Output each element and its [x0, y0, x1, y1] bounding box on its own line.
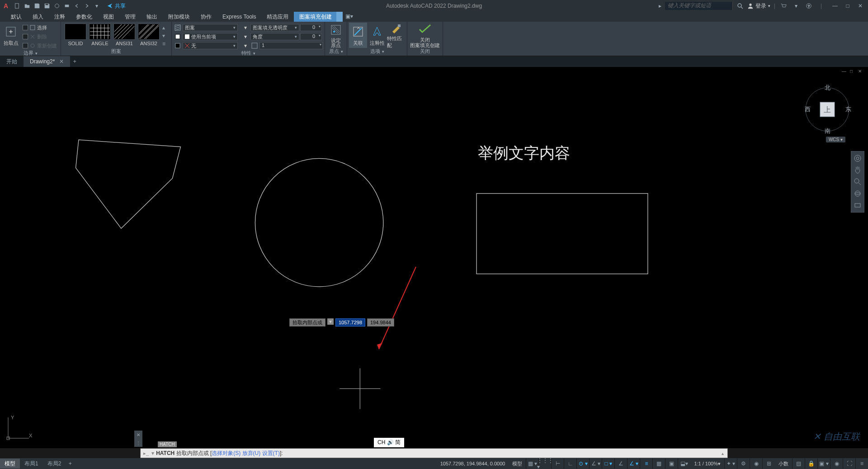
annotation-toggle[interactable]: ⬓▾ — [678, 459, 690, 469]
minimize-button[interactable]: — — [829, 1, 841, 10]
layer-dropdown[interactable]: 使用当前项 — [183, 33, 238, 40]
close-button[interactable]: ✕ — [854, 1, 866, 10]
search-icon[interactable] — [736, 2, 744, 9]
tab-hatch-creation[interactable]: 图案填充创建 — [294, 12, 337, 22]
tab-default[interactable]: 默认 — [5, 12, 27, 22]
tab-output[interactable]: 输出 — [141, 12, 163, 22]
lwt-toggle[interactable]: ≡ — [640, 459, 652, 469]
tab-collaborate[interactable]: 协作 — [195, 12, 217, 22]
annotation-monitor[interactable]: ◉ — [750, 459, 762, 469]
doc-tab-drawing[interactable]: Drawing2*✕ — [24, 56, 70, 67]
cycling-toggle[interactable]: ▣ — [665, 459, 678, 469]
pattern-solid[interactable]: SOLID — [65, 24, 86, 46]
gizmo-toggle[interactable]: ✦ ▾ — [724, 459, 737, 469]
qat-new-icon[interactable] — [13, 1, 22, 10]
nav-showmotion-icon[interactable] — [851, 200, 864, 210]
help-icon[interactable]: ? — [804, 1, 813, 10]
close-hatch-button[interactable]: 关闭 图案填充创建 — [409, 23, 441, 48]
workspace-switch[interactable]: ⚙ — [737, 459, 750, 469]
dyn-x-value[interactable]: 1057.7298 — [335, 318, 365, 327]
pattern-gallery-expand[interactable]: ≡ — [162, 41, 168, 46]
qat-save-icon[interactable] — [33, 1, 42, 10]
nav-wheel-icon[interactable] — [851, 153, 864, 163]
model-space-label[interactable]: 模型 — [509, 460, 526, 467]
3dosnap-toggle[interactable]: ∠ — [614, 459, 627, 469]
clean-screen[interactable]: ⛶ — [843, 459, 855, 469]
pattern-ansi31[interactable]: ANSI31 — [113, 24, 135, 46]
units-toggle[interactable]: ⊞ — [762, 459, 775, 469]
associative-button[interactable]: 关联 — [349, 23, 367, 48]
search-input[interactable]: 键入关键字或短语 — [665, 2, 733, 10]
match-properties-button[interactable]: 特性匹配 — [387, 23, 405, 48]
viewport-maximize[interactable]: □ — [850, 69, 856, 74]
layout-tab-1[interactable]: 布局1 — [20, 459, 43, 469]
polar-toggle[interactable]: ⊙ ▾ — [576, 459, 589, 469]
tab-featured[interactable]: 精选应用 — [261, 12, 294, 22]
viewcube[interactable]: 北 南 东 西 上 — [803, 78, 852, 137]
qat-undo-icon[interactable] — [72, 1, 81, 10]
layout-tab-model[interactable]: 模型 — [0, 459, 20, 469]
qat-redo-icon[interactable] — [82, 1, 91, 10]
tab-addins[interactable]: 附加模块 — [163, 12, 195, 22]
otrack-toggle[interactable]: ∠ ▾ — [627, 459, 640, 469]
tab-parametric[interactable]: 参数化 — [71, 12, 98, 22]
qat-saveas-icon[interactable] — [42, 1, 52, 10]
layout-add[interactable]: + — [66, 459, 75, 469]
drawing-canvas[interactable]: — □ ✕ 北 南 东 西 上 WCS ▾ — [0, 67, 868, 448]
pattern-angle[interactable]: ANGLE — [89, 24, 111, 46]
share-button[interactable]: 共享 — [107, 2, 126, 10]
qat-web-icon[interactable] — [52, 1, 61, 10]
app-menu-icon[interactable]: ▾ — [792, 1, 801, 10]
nav-pan-icon[interactable] — [851, 165, 864, 175]
bg-dropdown[interactable]: 无 — [183, 42, 238, 49]
viewport-minimize[interactable]: — — [842, 69, 848, 74]
lock-ui[interactable]: 🔒 — [805, 459, 817, 469]
tab-express[interactable]: Express Tools — [217, 12, 261, 22]
wcs-label[interactable]: WCS ▾ — [826, 137, 845, 142]
angle-value[interactable]: 0 — [300, 33, 322, 40]
nav-orbit-icon[interactable] — [851, 189, 864, 199]
scale-value[interactable]: 1 — [259, 42, 323, 49]
maximize-button[interactable]: □ — [842, 1, 854, 10]
qat-plot-icon[interactable] — [62, 1, 71, 10]
pattern-scroll-up[interactable]: ▴ — [162, 24, 168, 30]
customize-status[interactable]: ≡ — [855, 459, 868, 469]
osnap-toggle[interactable]: □ ▾ — [602, 459, 614, 469]
isolate-toggle[interactable]: ▣ ▾ — [817, 459, 830, 469]
quick-props[interactable]: ▤ — [792, 459, 805, 469]
qat-dropdown-icon[interactable]: ▾ — [92, 1, 101, 10]
ortho-toggle[interactable]: ∟ — [564, 459, 576, 469]
set-origin-button[interactable]: 设定 原点 — [327, 23, 345, 48]
pattern-scroll-down[interactable]: ▾ — [162, 33, 168, 38]
doc-tab-start[interactable]: 开始 — [0, 56, 24, 67]
cart-icon[interactable] — [779, 1, 788, 10]
doc-tab-add[interactable]: + — [70, 57, 79, 66]
tab-manage[interactable]: 管理 — [119, 12, 141, 22]
cmd-history-icon[interactable]: ▴ — [722, 451, 724, 456]
snap-toggle[interactable]: ⋮⋮⋮ ▾ — [538, 459, 551, 469]
units-label[interactable]: 小数 — [775, 460, 792, 467]
layout-tab-2[interactable]: 布局2 — [43, 459, 66, 469]
qat-open-icon[interactable] — [23, 1, 32, 10]
infer-toggle[interactable]: ⊢ — [551, 459, 564, 469]
pattern-type-dropdown[interactable]: 图案 — [183, 24, 238, 31]
cmd-handle[interactable]: ✕⋮ — [134, 431, 142, 447]
tab-view[interactable]: 视图 — [98, 12, 119, 22]
ribbon-expand-icon[interactable]: ▣▾ — [344, 12, 354, 21]
hardware-accel[interactable]: ◉ — [830, 459, 843, 469]
pattern-ansi32[interactable]: ANSI32 — [138, 24, 160, 46]
viewport-close[interactable]: ✕ — [858, 69, 864, 74]
dyn-y-value[interactable]: 194.9844 — [367, 318, 394, 327]
annotative-button[interactable]: 注释性 — [368, 23, 386, 48]
transparency-toggle[interactable]: ▦ — [652, 459, 665, 469]
cmd-dropdown-icon[interactable]: ▾ — [151, 450, 156, 456]
dyn-options-icon[interactable]: ▾ — [327, 318, 334, 325]
command-line[interactable]: ✕⋮ HATCH ▸_ ▾ HATCH 拾取内部点或 [选择对象(S) 放弃(U… — [140, 448, 728, 458]
transparency-value[interactable]: 0 — [300, 24, 322, 31]
select-button[interactable]: 选择 — [21, 24, 59, 32]
tab-annotate[interactable]: 注释 — [49, 12, 71, 22]
login-button[interactable]: 登录 ▾ — [747, 2, 770, 10]
iso-toggle[interactable]: ∠ ▾ — [589, 459, 602, 469]
pick-points-button[interactable]: 拾取点 — [2, 23, 20, 48]
scale-display[interactable]: 1:1 / 100% ▾ — [690, 461, 724, 467]
